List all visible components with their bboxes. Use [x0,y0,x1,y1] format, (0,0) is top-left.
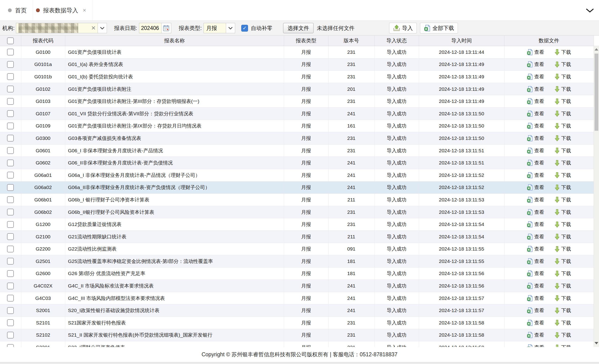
scrollbar-thumb[interactable] [595,53,598,131]
view-link[interactable]: 查看 [527,209,544,216]
table-row[interactable]: G2200G22流动性比例监测表月报091导入成功2024-12-18 13:1… [0,243,594,255]
row-checkbox[interactable] [7,258,14,265]
view-link[interactable]: 查看 [527,270,544,277]
table-row[interactable]: G06b02G06b_II银行理财子公司风险资本计算表月报231导入成功2024… [0,206,594,218]
download-link[interactable]: 下载 [555,147,571,154]
download-link[interactable]: 下载 [555,160,571,166]
type-select-value[interactable]: 月报 [203,23,226,33]
view-link[interactable]: 查看 [527,221,544,228]
select-all-checkbox[interactable] [7,37,14,44]
row-checkbox[interactable] [7,73,14,80]
view-link[interactable]: 查看 [527,320,544,326]
download-link[interactable]: 下载 [555,320,571,326]
row-checkbox[interactable] [7,49,14,55]
download-link[interactable]: 下载 [555,270,571,277]
table-row[interactable]: G06b01G06b_I 银行理财子公司净资本计算表月报211导入成功2024-… [0,194,594,206]
table-row[interactable]: S2001S20_I政策性银行基础设施贷款情况统计表月报241导入成功2024-… [0,304,594,317]
view-link[interactable]: 查看 [527,172,544,179]
row-checkbox[interactable] [7,332,14,338]
table-row[interactable]: S2101S21国家开发银行特色报表月报231导入成功2024-12-18 13… [0,317,594,329]
download-link[interactable]: 下载 [555,110,571,117]
view-link[interactable]: 查看 [527,332,544,338]
row-checkbox[interactable] [7,172,14,179]
row-checkbox[interactable] [7,160,14,166]
row-checkbox[interactable] [7,61,14,68]
download-link[interactable]: 下载 [555,98,571,104]
download-link[interactable]: 下载 [555,234,571,240]
table-row[interactable]: G2600G26 第I部分 优质流动性资产充足率月报181导入成功2024-12… [0,267,594,280]
view-link[interactable]: 查看 [527,307,544,314]
view-link[interactable]: 查看 [527,49,544,55]
row-checkbox[interactable] [7,98,14,105]
row-checkbox[interactable] [7,135,14,141]
tab-close-icon[interactable]: × [83,8,86,13]
table-row[interactable]: G0103G01资产负债项目统计表附注-第III部分：存贷款明细报表(一)月报2… [0,95,594,108]
row-checkbox[interactable] [7,233,14,240]
view-link[interactable]: 查看 [527,246,544,252]
view-link[interactable]: 查看 [527,160,544,166]
download-link[interactable]: 下载 [555,283,571,289]
tab-report-import[interactable]: 报表数据导入 × [30,0,92,21]
view-link[interactable]: 查看 [527,184,544,191]
table-row[interactable]: G1200G12贷款质量迁徙情况表月报231导入成功2024-12-18 13:… [0,218,594,231]
table-row[interactable]: G0107G01_VII 贷款分行业情况表-第VII部分：贷款分行业情况表月报2… [0,107,594,120]
table-row[interactable]: G0102G01资产负债项目统计表附注月报201导入成功2024-12-18 1… [0,83,594,95]
view-link[interactable]: 查看 [527,258,544,265]
download-link[interactable]: 下载 [555,86,571,92]
tab-list-chevron-down-icon[interactable] [586,9,594,13]
type-dropdown-button[interactable] [226,23,235,33]
view-link[interactable]: 查看 [527,110,544,117]
table-row[interactable]: G06a01G06a_I 非保本理财业务月度统计表-产品情况（理财子公司）月报2… [0,169,594,181]
view-link[interactable]: 查看 [527,234,544,240]
table-row[interactable]: G0300G03各项资产减值损失准备情况表月报231导入成功2024-12-18… [0,132,594,145]
row-checkbox[interactable] [7,184,14,191]
row-checkbox[interactable] [7,221,14,228]
view-link[interactable]: 查看 [527,61,544,68]
scrollbar-up-button[interactable] [594,46,599,53]
row-checkbox[interactable] [7,110,14,117]
table-row[interactable]: G0101bG01_I(b) 委托贷款投向统计表月报231导入成功2024-12… [0,71,594,83]
row-checkbox[interactable] [7,307,14,314]
download-link[interactable]: 下载 [555,221,571,228]
download-link[interactable]: 下载 [555,184,571,191]
row-checkbox[interactable] [7,122,14,129]
download-link[interactable]: 下载 [555,332,571,338]
download-link[interactable]: 下载 [555,172,571,179]
view-link[interactable]: 查看 [527,197,544,203]
view-link[interactable]: 查看 [527,73,544,80]
row-checkbox[interactable] [7,319,14,326]
calendar-button[interactable] [161,23,171,33]
tab-home[interactable]: 首页 [2,0,33,21]
table-row[interactable]: G0100G01资产负债项目统计表月报231导入成功2024-12-18 13:… [0,46,594,59]
choose-file-button[interactable]: 选择文件 [283,23,314,33]
row-checkbox[interactable] [7,295,14,302]
row-checkbox[interactable] [7,209,14,216]
view-link[interactable]: 查看 [527,147,544,154]
download-link[interactable]: 下载 [555,258,571,265]
autofill-checkbox[interactable]: ✓ [241,25,248,32]
view-link[interactable]: 查看 [527,295,544,302]
download-link[interactable]: 下载 [555,209,571,216]
download-link[interactable]: 下载 [555,49,571,55]
download-link[interactable]: 下载 [555,307,571,314]
org-clear-icon[interactable]: ✕ [91,25,96,31]
download-all-button[interactable]: 全部下载 [420,23,458,34]
row-checkbox[interactable] [7,270,14,277]
table-row[interactable]: S2102S21_II 国家开发银行特色报表(外币贷款情况细项表)_国家开发银行… [0,329,594,341]
table-row[interactable]: G4C03G4C_III 市场风险内部模型法资本要求情况表月报241导入成功20… [0,292,594,304]
row-checkbox[interactable] [7,283,14,289]
table-row[interactable]: G2100G21流动性期限缺口统计表月报211导入成功2024-12-18 13… [0,230,594,243]
download-link[interactable]: 下载 [555,135,571,141]
table-row[interactable]: G0101aG01_I(a) 表外业务情况表月报231导入成功2024-12-1… [0,58,594,71]
download-link[interactable]: 下载 [555,73,571,80]
download-link[interactable]: 下载 [555,61,571,68]
download-link[interactable]: 下载 [555,122,571,129]
row-checkbox[interactable] [7,147,14,154]
scrollbar-down-button[interactable] [594,340,599,347]
org-input[interactable]: ✕ [16,23,98,33]
view-link[interactable]: 查看 [527,86,544,92]
download-link[interactable]: 下载 [555,246,571,252]
view-link[interactable]: 查看 [527,135,544,141]
view-link[interactable]: 查看 [527,122,544,129]
table-row[interactable]: G4C02XG4C_II 市场风险标准法资本要求情况表月报241导入成功2024… [0,280,594,292]
